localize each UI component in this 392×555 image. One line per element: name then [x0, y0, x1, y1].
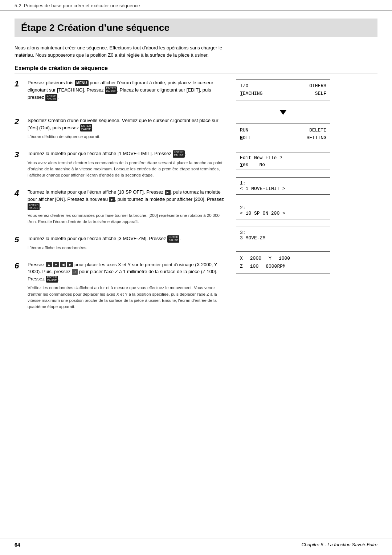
move-limit-line2: < 1 MOVE-LIMIT > — [240, 186, 326, 191]
step-number-6: 6 — [15, 261, 23, 310]
header-text: 5-2. Principes de base pour créer et exé… — [15, 3, 140, 8]
step-detail-6: Vérifiez les coordonnées s'affichent au … — [28, 285, 225, 310]
screen-delete: DELETE — [309, 127, 326, 134]
coord-row-2: Z 100 8000RPM — [240, 263, 326, 271]
enter-key-4: ENTERPAUSE — [173, 150, 185, 158]
zm-line1: 3: — [240, 230, 326, 235]
chapter-title: Étape 2 Création d’une séquence — [15, 19, 377, 37]
step-detail-2: L'écran d'édition de séquence apparaît. — [28, 134, 225, 140]
step-main-1: Pressez plusieurs fois MENU pour affiche… — [28, 79, 225, 101]
enter-key-6: ENTERPAUSE — [167, 235, 179, 243]
step-main-5: Tournez la molette pour que l'écran affi… — [28, 235, 225, 242]
step-number-5: 5 — [15, 235, 23, 251]
step-detail-4: Vous venez d'entrer les commandes pour f… — [28, 212, 225, 225]
top-header: 5-2. Principes de base pour créer et exé… — [0, 0, 392, 11]
screen-row-3: RUN DELETE — [240, 127, 326, 134]
coord-rpm-val: 8000RPM — [266, 263, 286, 271]
menu-key: MENU — [75, 80, 88, 86]
screen-move-zm: 3: 3 MOVE-ZM — [236, 227, 330, 244]
arrow-indicator-1 — [236, 110, 330, 115]
screen-io-others: I/O OTHERS TEACHING SELF — [236, 79, 330, 101]
arrow-btn-1: ► — [165, 190, 171, 195]
screen-edit-new-file: Edit New File ? Yes No — [236, 153, 330, 170]
step-main-6: Pressez ▲ ▼ ◀ ► pour placer les axes X e… — [28, 261, 225, 283]
arrow-down-icon — [279, 110, 287, 115]
step-number-3: 3 — [15, 150, 23, 178]
step-number-1: 1 — [15, 79, 23, 103]
screen-row-4: EDIT SETTING — [240, 134, 326, 142]
no-option: No — [259, 162, 265, 167]
step-content-6: Pressez ▲ ▼ ◀ ► pour placer les axes X e… — [28, 261, 225, 310]
sp-line1: 2: — [240, 205, 326, 211]
coord-y-label: Y — [269, 255, 271, 263]
section-heading: Exemple de création de séquence — [15, 65, 377, 73]
screen-move-limit: 1: < 1 MOVE-LIMIT > — [236, 177, 330, 195]
footer-chapter-text: Chapitre 5 - La fonction Savoir-Faire — [302, 542, 377, 548]
arrow-down-btn: ▼ — [53, 262, 59, 267]
step-main-2: Spécifiez Création d'une nouvelle séquen… — [28, 117, 225, 131]
screen-run-delete: RUN DELETE EDIT SETTING — [236, 123, 330, 145]
yes-option: Yes — [240, 162, 248, 167]
coord-y-val: 1000 — [279, 255, 290, 263]
step-4: 4 Tournez la molette pour que l'écran af… — [15, 189, 225, 225]
page-container: 5-2. Principes de base pour créer et exé… — [0, 0, 392, 555]
step-content-2: Spécifiez Création d'une nouvelle séquen… — [28, 117, 225, 140]
zm-line2: 3 MOVE-ZM — [240, 235, 326, 241]
arrow-btn-2: ► — [109, 197, 115, 202]
step-number-4: 4 — [15, 189, 23, 225]
main-content: Étape 2 Création d’une séquence Nous all… — [0, 11, 392, 331]
enter-key-2: ENTERPAUSE — [45, 94, 57, 101]
screen-edit-top: Edit New File ? — [240, 155, 326, 161]
step-content-5: Tournez la molette pour que l'écran affi… — [28, 235, 225, 251]
step-main-4: Tournez la molette pour que l'écran affi… — [28, 189, 225, 210]
enter-key-7: ENTERPAUSE — [46, 276, 58, 283]
screen-self: SELF — [315, 90, 326, 98]
screen-teaching: TEACHING — [240, 90, 262, 98]
screen-setting: SETTING — [306, 134, 326, 142]
step-content-1: Pressez plusieurs fois MENU pour affiche… — [28, 79, 225, 103]
edit-underline: E — [240, 135, 243, 141]
edit-new-file-text: Edit New File ? — [240, 155, 282, 161]
intro-text: Nous allons maintenant créer une séquenc… — [15, 44, 225, 58]
two-col-layout: 1 Pressez plusieurs fois MENU pour affic… — [15, 79, 377, 316]
step-number-2: 2 — [15, 117, 23, 140]
screen-run: RUN — [240, 127, 248, 134]
arrow-up-btn: ▲ — [46, 262, 52, 267]
page-number: 64 — [15, 542, 20, 548]
coord-x-val: 2000 — [250, 255, 261, 263]
step-3: 3 Tournez la molette pour que l'écran af… — [15, 150, 225, 178]
screen-io: I/O — [240, 82, 248, 90]
screen-others: OTHERS — [309, 82, 326, 90]
step-content-4: Tournez la molette pour que l'écran affi… — [28, 189, 225, 225]
step-detail-3: Vous avez alors terminé d'entrer les com… — [28, 160, 225, 179]
step-detail-5: L'écran affiche les coordonnées. — [28, 245, 225, 251]
left-column: 1 Pressez plusieurs fois MENU pour affic… — [15, 79, 225, 316]
move-limit-line1: 1: — [240, 181, 326, 186]
coord-row-1: X 2000 Y 1000 — [240, 255, 326, 263]
arrow-left-btn: ◀ — [60, 262, 66, 267]
screen-coords: X 2000 Y 1000 Z 100 8000RPM — [236, 251, 330, 274]
z-key: -z — [72, 269, 78, 275]
screen-edit: EDIT — [240, 134, 251, 142]
step-6: 6 Pressez ▲ ▼ ◀ ► pour placer les axes X… — [15, 261, 225, 310]
screen-sp-on: 2: < 10 SP ON 200 > — [236, 202, 330, 219]
coord-x-label: X — [240, 255, 243, 263]
right-column: I/O OTHERS TEACHING SELF RUN — [236, 79, 330, 316]
screen-edit-bottom: Yes No — [240, 162, 326, 167]
sp-line2: < 10 SP ON 200 > — [240, 211, 326, 216]
yes-cursor: Y — [240, 162, 243, 167]
screen-row-1: I/O OTHERS — [240, 82, 326, 90]
step-content-3: Tournez la molette pour que l'écran affi… — [28, 150, 225, 178]
step-5: 5 Tournez la molette pour que l'écran af… — [15, 235, 225, 251]
arrow-right-btn: ► — [67, 262, 73, 267]
enter-key-3: ENTERPAUSE — [80, 124, 92, 131]
screen-row-2: TEACHING SELF — [240, 90, 326, 98]
enter-key-1: ENTERPAUSE — [105, 86, 117, 94]
step-main-3: Tournez la molette pour que l'écran affi… — [28, 150, 225, 157]
coord-z-label: Z — [240, 263, 243, 271]
teaching-underline: T — [240, 91, 243, 96]
enter-key-5: ENTERPAUSE — [28, 203, 40, 210]
step-1: 1 Pressez plusieurs fois MENU pour affic… — [15, 79, 225, 103]
coord-z-val: 100 — [250, 263, 258, 271]
page-footer: 64 Chapitre 5 - La fonction Savoir-Faire — [0, 539, 392, 548]
